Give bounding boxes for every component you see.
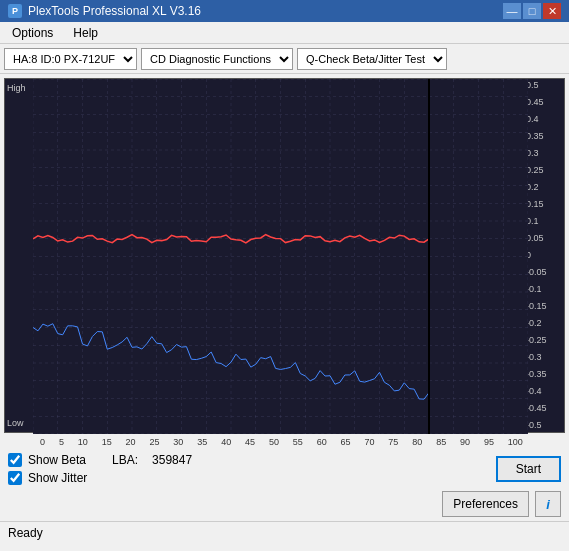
show-beta-label: Show Beta bbox=[28, 453, 86, 467]
x-label-19: 95 bbox=[484, 437, 494, 447]
y-right-12: -0.1 bbox=[526, 285, 562, 294]
y-right-20: -0.5 bbox=[526, 421, 562, 430]
minimize-button[interactable]: — bbox=[503, 3, 521, 19]
show-jitter-checkbox[interactable] bbox=[8, 471, 22, 485]
x-label-16: 80 bbox=[412, 437, 422, 447]
x-label-8: 40 bbox=[221, 437, 231, 447]
show-jitter-label: Show Jitter bbox=[28, 471, 87, 485]
y-right-7: 0.15 bbox=[526, 200, 562, 209]
x-label-9: 45 bbox=[245, 437, 255, 447]
y-right-8: 0.1 bbox=[526, 217, 562, 226]
menu-help[interactable]: Help bbox=[65, 23, 106, 43]
lba-value: 359847 bbox=[152, 453, 192, 467]
x-label-7: 35 bbox=[197, 437, 207, 447]
show-jitter-row: Show Jitter bbox=[8, 471, 192, 485]
close-button[interactable]: ✕ bbox=[543, 3, 561, 19]
y-right-11: -0.05 bbox=[526, 268, 562, 277]
info-icon: i bbox=[546, 497, 550, 512]
y-right-9: 0.05 bbox=[526, 234, 562, 243]
chart-container: High Low 0.5 0.45 0.4 0.35 0.3 0.25 0.2 … bbox=[4, 78, 565, 433]
maximize-button[interactable]: □ bbox=[523, 3, 541, 19]
x-label-12: 60 bbox=[317, 437, 327, 447]
y-right-13: -0.15 bbox=[526, 302, 562, 311]
device-select[interactable]: HA:8 ID:0 PX-712UF bbox=[4, 48, 137, 70]
status-bar: Ready bbox=[0, 521, 569, 543]
x-label-1: 5 bbox=[59, 437, 64, 447]
chart: High Low 0.5 0.45 0.4 0.35 0.3 0.25 0.2 … bbox=[4, 78, 565, 433]
menu-options[interactable]: Options bbox=[4, 23, 61, 43]
show-beta-checkbox[interactable] bbox=[8, 453, 22, 467]
show-beta-row: Show Beta LBA: 359847 bbox=[8, 453, 192, 467]
x-label-0: 0 bbox=[40, 437, 45, 447]
checkboxes-area: Show Beta LBA: 359847 Show Jitter bbox=[8, 453, 192, 485]
y-right-1: 0.45 bbox=[526, 98, 562, 107]
y-right-2: 0.4 bbox=[526, 115, 562, 124]
x-label-6: 30 bbox=[173, 437, 183, 447]
x-label-18: 90 bbox=[460, 437, 470, 447]
x-label-13: 65 bbox=[341, 437, 351, 447]
window-title: PlexTools Professional XL V3.16 bbox=[28, 4, 201, 18]
x-label-10: 50 bbox=[269, 437, 279, 447]
bottom-panel: Show Beta LBA: 359847 Show Jitter Start bbox=[0, 449, 569, 489]
x-label-5: 25 bbox=[149, 437, 159, 447]
y-right-14: -0.2 bbox=[526, 319, 562, 328]
y-right-10: 0 bbox=[526, 251, 562, 260]
x-label-14: 70 bbox=[364, 437, 374, 447]
x-label-4: 20 bbox=[126, 437, 136, 447]
title-bar: P PlexTools Professional XL V3.16 — □ ✕ bbox=[0, 0, 569, 22]
x-label-20: 100 bbox=[508, 437, 523, 447]
info-button[interactable]: i bbox=[535, 491, 561, 517]
y-right-16: -0.3 bbox=[526, 353, 562, 362]
y-right-5: 0.25 bbox=[526, 166, 562, 175]
app-icon: P bbox=[8, 4, 22, 18]
y-right-15: -0.25 bbox=[526, 336, 562, 345]
x-label-15: 75 bbox=[388, 437, 398, 447]
status-text: Ready bbox=[8, 526, 43, 540]
x-axis-labels: 0 5 10 15 20 25 30 35 40 45 50 55 60 65 … bbox=[4, 437, 565, 447]
y-right-0: 0.5 bbox=[526, 81, 562, 90]
y-right-6: 0.2 bbox=[526, 183, 562, 192]
menu-bar: Options Help bbox=[0, 22, 569, 44]
x-label-3: 15 bbox=[102, 437, 112, 447]
lba-label: LBA: bbox=[112, 453, 138, 467]
y-axis-high-label: High bbox=[7, 83, 26, 93]
x-label-11: 55 bbox=[293, 437, 303, 447]
test-select[interactable]: Q-Check Beta/Jitter Test bbox=[297, 48, 447, 70]
window-controls: — □ ✕ bbox=[503, 3, 561, 19]
y-right-17: -0.35 bbox=[526, 370, 562, 379]
start-button[interactable]: Start bbox=[496, 456, 561, 482]
y-axis-low-label: Low bbox=[7, 418, 24, 428]
y-right-4: 0.3 bbox=[526, 149, 562, 158]
toolbar: HA:8 ID:0 PX-712UF CD Diagnostic Functio… bbox=[0, 44, 569, 74]
function-select[interactable]: CD Diagnostic Functions bbox=[141, 48, 293, 70]
chart-canvas bbox=[33, 79, 528, 434]
x-label-17: 85 bbox=[436, 437, 446, 447]
y-right-3: 0.35 bbox=[526, 132, 562, 141]
preferences-button[interactable]: Preferences bbox=[442, 491, 529, 517]
y-right-18: -0.4 bbox=[526, 387, 562, 396]
y-right-19: -0.45 bbox=[526, 404, 562, 413]
x-label-2: 10 bbox=[78, 437, 88, 447]
title-bar-left: P PlexTools Professional XL V3.16 bbox=[8, 4, 201, 18]
right-action-area: Start bbox=[496, 456, 561, 482]
preferences-row: Preferences i bbox=[0, 489, 569, 521]
